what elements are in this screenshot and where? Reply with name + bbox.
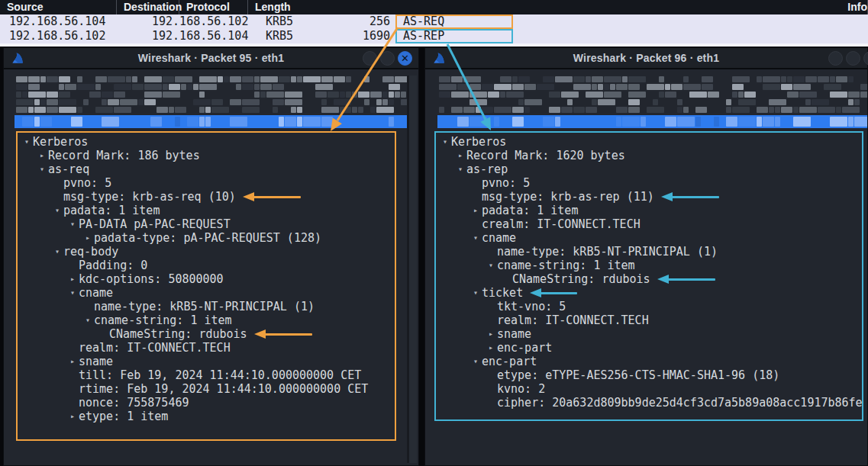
packet-95-titlebar[interactable]: Wireshark · Packet 95 · eth1 ✕ xyxy=(4,48,418,69)
hex-bytes-redacted xyxy=(437,76,867,115)
tree-row[interactable]: ▸ sname xyxy=(436,327,862,341)
tree-row[interactable]: till: Feb 19, 2024 11:44:10.000000000 CE… xyxy=(18,368,395,382)
tree-row[interactable]: tkt-vno: 5 xyxy=(436,300,862,313)
tree-row-label: padata: 1 item xyxy=(482,204,578,217)
tree-row-label: etype: 1 item xyxy=(79,410,168,423)
expander-icon[interactable]: ▾ xyxy=(66,286,79,300)
tree-row[interactable]: msg-type: krb-as-rep (11) xyxy=(436,190,862,204)
destination-cell: 192.168.56.104 xyxy=(147,29,263,43)
tree-row-label: msg-type: krb-as-req (10) xyxy=(63,190,236,204)
info-cell: AS-REQ xyxy=(395,14,868,29)
tree-row[interactable]: name-type: kRB5-NT-PRINCIPAL (1) xyxy=(436,245,862,259)
column-header[interactable]: Protocol xyxy=(179,0,248,14)
column-header[interactable]: Source xyxy=(0,0,117,14)
packet-list-header: SourceDestinationProtocolLengthInfo xyxy=(0,0,868,14)
tree-row[interactable]: rtime: Feb 19, 2024 11:44:10.000000000 C… xyxy=(18,382,395,396)
expander-icon[interactable]: ▾ xyxy=(469,286,482,300)
tree-row[interactable]: CNameString: rdubois xyxy=(18,327,395,341)
expander-icon[interactable]: ▾ xyxy=(454,162,466,176)
expander-icon[interactable]: ▾ xyxy=(66,217,79,231)
tree-row[interactable]: ▾ cname-string: 1 item xyxy=(18,313,395,327)
annotation-arrow xyxy=(530,288,577,298)
window-title: Wireshark · Packet 95 · eth1 xyxy=(138,52,284,64)
tree-row[interactable]: ▸ enc-part xyxy=(436,341,862,355)
info-highlight-box: AS-REP xyxy=(395,29,513,43)
minimize-button[interactable] xyxy=(828,51,843,66)
tree-row[interactable]: cipher: 20a632d809bb9de25d4cf3cd7a5b89a0… xyxy=(436,396,862,410)
expander-icon[interactable]: ▸ xyxy=(36,149,48,162)
packet-96-titlebar[interactable]: Wireshark · Packet 96 · eth1 xyxy=(425,48,867,69)
tree-row[interactable]: ▸ Record Mark: 186 bytes xyxy=(18,149,395,162)
expander-icon[interactable]: ▾ xyxy=(469,355,482,368)
tree-row[interactable]: pvno: 5 xyxy=(18,176,395,190)
column-header[interactable]: Destination xyxy=(117,0,179,14)
tree-row-label: till: Feb 19, 2024 11:44:10.000000000 CE… xyxy=(79,368,361,382)
tree-row[interactable]: ▾ cname-string: 1 item xyxy=(436,259,862,272)
expander-icon[interactable]: ▸ xyxy=(82,231,94,245)
tree-row[interactable]: Padding: 0 xyxy=(18,259,395,272)
tree-row[interactable]: crealm: IT-CONNECT.TECH xyxy=(436,217,862,231)
tree-row-label: Record Mark: 1620 bytes xyxy=(466,149,625,162)
tree-row[interactable]: ▾ as-req xyxy=(18,162,395,176)
column-header[interactable]: Length xyxy=(248,0,841,14)
tree-row-label: cname-string: 1 item xyxy=(94,313,232,327)
packet-row[interactable]: 192.168.56.104 192.168.56.102 KRB5 256 A… xyxy=(0,14,868,29)
tree-row[interactable]: ▸ Record Mark: 1620 bytes xyxy=(436,149,862,162)
tree-row[interactable]: ▸ sname xyxy=(18,355,395,368)
expander-icon[interactable]: ▾ xyxy=(82,313,94,327)
minimize-button[interactable] xyxy=(363,51,377,66)
tree-row[interactable]: ▾ cname xyxy=(436,231,862,245)
tree-row[interactable]: name-type: kRB5-NT-PRINCIPAL (1) xyxy=(18,300,395,313)
expander-icon[interactable]: ▸ xyxy=(485,327,497,341)
tree-row-label: name-type: kRB5-NT-PRINCIPAL (1) xyxy=(497,245,718,259)
tree-row[interactable]: ▾ Kerberos xyxy=(436,135,862,149)
tree-row[interactable]: kvno: 2 xyxy=(436,382,862,396)
tree-row[interactable]: ▾ Kerberos xyxy=(18,135,395,149)
tree-row-label: PA-DATA pA-PAC-REQUEST xyxy=(79,217,231,231)
tree-row-label: cname xyxy=(482,231,516,245)
packet-row[interactable]: 192.168.56.102 192.168.56.104 KRB5 1690 … xyxy=(0,29,868,43)
tree-row[interactable]: ▸ kdc-options: 50800000 xyxy=(18,272,395,286)
scrollbar[interactable] xyxy=(407,76,417,463)
expander-icon[interactable]: ▸ xyxy=(66,410,79,423)
window-controls: ✕ xyxy=(363,51,412,66)
expander-icon[interactable]: ▸ xyxy=(454,149,466,162)
tree-row[interactable]: ▾ req-body xyxy=(18,245,395,259)
expander-icon[interactable]: ▾ xyxy=(21,135,33,149)
tree-row-label: kdc-options: 50800000 xyxy=(79,272,224,286)
tree-row[interactable]: ▾ padata: 1 item xyxy=(18,204,395,217)
tree-row[interactable]: ▾ PA-DATA pA-PAC-REQUEST xyxy=(18,217,395,231)
column-header[interactable]: Info xyxy=(841,0,868,14)
tree-row[interactable]: CNameString: rdubois xyxy=(436,272,862,286)
expander-icon[interactable]: ▸ xyxy=(66,272,79,286)
expander-icon[interactable]: ▸ xyxy=(485,341,497,355)
tree-row[interactable]: ▾ enc-part xyxy=(436,355,862,368)
expander-icon[interactable]: ▾ xyxy=(51,204,63,217)
close-button[interactable]: ✕ xyxy=(398,51,412,66)
tree-row[interactable]: pvno: 5 xyxy=(436,176,862,190)
tree-row[interactable]: nonce: 755875469 xyxy=(18,396,395,410)
tree-row[interactable]: msg-type: krb-as-req (10) xyxy=(18,190,395,204)
close-button[interactable] xyxy=(863,51,868,66)
maximize-button[interactable] xyxy=(380,51,395,66)
maximize-button[interactable] xyxy=(846,51,860,66)
tree-row[interactable]: realm: IT-CONNECT.TECH xyxy=(436,313,862,327)
tree-row[interactable]: ▸ padata-type: pA-PAC-REQUEST (128) xyxy=(18,231,395,245)
expander-icon[interactable]: ▸ xyxy=(469,204,482,217)
expander-icon[interactable]: ▾ xyxy=(469,231,482,245)
expander-icon[interactable]: ▾ xyxy=(51,245,63,259)
tree-row[interactable]: ▾ cname xyxy=(18,286,395,300)
tree-row-label: req-body xyxy=(63,245,118,259)
info-label: AS-REQ xyxy=(403,14,444,29)
expander-icon[interactable]: ▸ xyxy=(66,355,79,368)
expander-icon[interactable]: ▾ xyxy=(36,162,48,176)
tree-row[interactable]: realm: IT-CONNECT.TECH xyxy=(18,341,395,355)
expander-icon[interactable]: ▾ xyxy=(439,135,451,149)
tree-row[interactable]: ▸ padata: 1 item xyxy=(436,204,862,217)
tree-row[interactable]: ▸ etype: 1 item xyxy=(18,410,395,423)
tree-row[interactable]: ▾ as-rep xyxy=(436,162,862,176)
tree-row[interactable]: etype: eTYPE-AES256-CTS-HMAC-SHA1-96 (18… xyxy=(436,368,862,382)
tree-row-label: cipher: 20a632d809bb9de25d4cf3cd7a5b89a0… xyxy=(497,396,863,410)
expander-icon[interactable]: ▾ xyxy=(485,259,497,272)
tree-row[interactable]: ▾ ticket xyxy=(436,286,862,300)
